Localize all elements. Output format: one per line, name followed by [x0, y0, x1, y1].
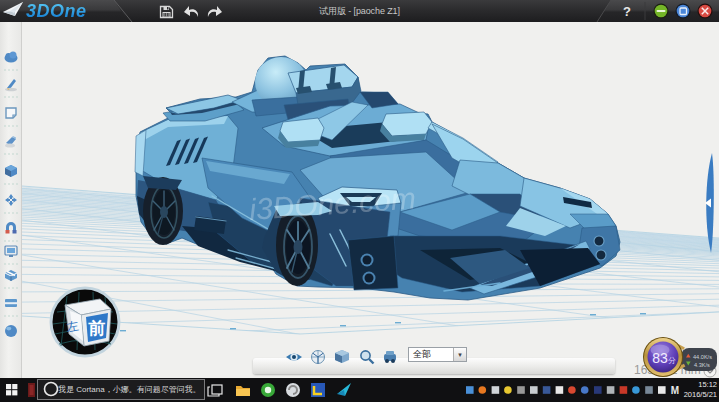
svg-text:4.3K/s: 4.3K/s — [694, 362, 710, 368]
svg-text:M: M — [671, 385, 679, 396]
svg-text:44.0K/s: 44.0K/s — [693, 354, 712, 360]
svg-text:左: 左 — [65, 319, 80, 335]
svg-text:83: 83 — [652, 350, 668, 366]
svg-text:分: 分 — [668, 356, 676, 365]
svg-text:前: 前 — [88, 319, 106, 338]
